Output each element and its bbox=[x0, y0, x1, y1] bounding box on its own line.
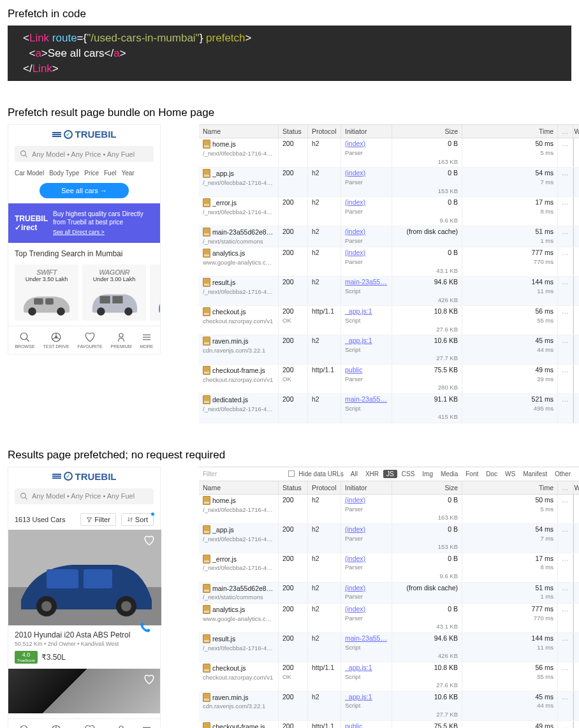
net-row[interactable]: checkout.jscheckout.razorpay.com/v1200OK… bbox=[199, 306, 579, 335]
trend-card[interactable]: SWIFTUnder 3.50 Lakh bbox=[15, 265, 78, 321]
net-row[interactable]: home.js/_next/0fecbba2-1716-4…200h2(inde… bbox=[199, 495, 579, 524]
filter-tab-xhr[interactable]: XHR bbox=[362, 470, 382, 478]
net-row[interactable]: _app.js/_next/0fecbba2-1716-4…200h2(inde… bbox=[199, 168, 579, 197]
row-menu[interactable]: … bbox=[558, 495, 573, 523]
row-menu[interactable]: … bbox=[558, 138, 573, 167]
hide-urls-checkbox[interactable] bbox=[288, 470, 295, 477]
promo-banner[interactable]: TRUEBIL✓irect Buy highest quality cars D… bbox=[8, 203, 160, 243]
initiator-link[interactable]: (index) bbox=[345, 198, 365, 206]
phone-icon[interactable] bbox=[140, 622, 151, 634]
row-menu[interactable]: … bbox=[558, 394, 573, 423]
col-proto[interactable]: Protocol bbox=[308, 125, 341, 138]
trend-card[interactable]: DUnde bbox=[150, 265, 160, 321]
row-menu[interactable]: … bbox=[558, 247, 573, 276]
filter-tab-manifest[interactable]: Manifest bbox=[520, 470, 550, 478]
nav-premium[interactable]: PREMIUM bbox=[111, 331, 132, 349]
trend-card[interactable]: WAGONRUnder 3.00 Lakh bbox=[82, 265, 146, 321]
row-menu[interactable]: … bbox=[558, 277, 573, 305]
nav-browse[interactable]: BROWSE bbox=[15, 331, 34, 349]
search-input[interactable]: Any Model • Any Price • Any Fuel bbox=[15, 146, 154, 162]
filter-tab-js[interactable]: JS bbox=[383, 470, 397, 478]
net-row[interactable]: result.js/_next/0fecbba2-1716-4…200h2mai… bbox=[199, 633, 579, 662]
col-size[interactable]: Size bbox=[392, 125, 462, 138]
net-row[interactable]: result.js/_next/0fecbba2-1716-4…200h2mai… bbox=[199, 277, 579, 306]
net-row[interactable]: checkout-frame.jscheckout.razorpay.com/v… bbox=[199, 721, 579, 728]
net-row[interactable]: main-23a55d62e85daea…/_next/static/commo… bbox=[199, 583, 579, 604]
net-row[interactable]: main-23a55d62e85daea…/_next/static/commo… bbox=[199, 226, 579, 247]
car-photo-2[interactable] bbox=[8, 669, 160, 713]
row-menu[interactable]: … bbox=[558, 197, 573, 226]
promo-link[interactable]: See all Direct cars > bbox=[53, 229, 154, 237]
filter-button[interactable]: Filter bbox=[80, 513, 115, 526]
net-row[interactable]: home.js/_next/0fecbba2-1716-4…200h2(inde… bbox=[199, 138, 579, 168]
col-status[interactable]: Status bbox=[279, 125, 308, 138]
initiator-link[interactable]: main-23a55… bbox=[345, 634, 387, 642]
nav-premium[interactable]: PREMIUM bbox=[111, 724, 132, 728]
filter-tab-css[interactable]: CSS bbox=[399, 470, 418, 478]
row-menu[interactable]: … bbox=[558, 662, 573, 691]
net-row[interactable]: raven.min.jscdn.ravenjs.com/3.22.1200h2_… bbox=[199, 692, 579, 721]
net-row[interactable]: _app.js/_next/0fecbba2-1716-4…200h2(inde… bbox=[199, 524, 579, 553]
col-proto[interactable]: Protocol bbox=[308, 481, 341, 494]
net-row[interactable]: analytics.jswww.google-analytics.c…200h2… bbox=[199, 247, 579, 277]
chip[interactable]: Year bbox=[121, 170, 134, 177]
initiator-link[interactable]: (index) bbox=[345, 496, 365, 504]
chip[interactable]: Fuel bbox=[104, 170, 116, 177]
initiator-link[interactable]: main-23a55… bbox=[345, 278, 387, 286]
nav-browse[interactable]: BROWSE bbox=[15, 724, 34, 728]
net-row[interactable]: _error.js/_next/0fecbba2-1716-4…200h2(in… bbox=[199, 553, 579, 583]
filter-tab-media[interactable]: Media bbox=[437, 470, 461, 478]
car-info[interactable]: 2010 Hyundai i20 Asta ABS Petrol 50,512 … bbox=[8, 625, 160, 669]
trending-cards[interactable]: SWIFTUnder 3.50 Lakh WAGONRUnder 3.00 La… bbox=[8, 265, 160, 321]
chip[interactable]: Car Model bbox=[15, 170, 44, 177]
car-photo[interactable] bbox=[8, 530, 160, 625]
row-menu[interactable]: … bbox=[558, 583, 573, 603]
row-menu[interactable]: … bbox=[558, 692, 573, 720]
filter-tab-all[interactable]: All bbox=[348, 470, 361, 478]
initiator-link[interactable]: _app.js:1 bbox=[345, 664, 372, 671]
initiator-link[interactable]: (index) bbox=[345, 605, 365, 613]
see-all-cars-button[interactable]: See all cars → bbox=[40, 183, 129, 198]
initiator-link[interactable]: public bbox=[345, 366, 362, 374]
col-size[interactable]: Size bbox=[392, 481, 462, 494]
chip[interactable]: Price bbox=[84, 170, 99, 177]
nav-favourite[interactable]: FAVOURITE bbox=[78, 331, 103, 349]
favourite-icon[interactable] bbox=[143, 535, 155, 548]
initiator-link[interactable]: main-23a55… bbox=[345, 395, 387, 403]
favourite-icon[interactable] bbox=[143, 674, 155, 687]
col-init[interactable]: Initiator bbox=[341, 125, 392, 138]
filter-tab-font[interactable]: Font bbox=[462, 470, 481, 478]
filter-tab-doc[interactable]: Doc bbox=[483, 470, 501, 478]
chip[interactable]: Body Type bbox=[49, 170, 79, 177]
net-row[interactable]: analytics.jswww.google-analytics.c…200h2… bbox=[199, 604, 579, 633]
col-time[interactable]: Time bbox=[462, 125, 558, 138]
filter-tab-ws[interactable]: WS bbox=[502, 470, 518, 478]
net-row[interactable]: raven.min.jscdn.ravenjs.com/3.22.1200h2_… bbox=[199, 335, 579, 365]
col-name[interactable]: Name bbox=[199, 125, 279, 138]
net-row[interactable]: dedicated.js/_next/0fecbba2-1716-4…200h2… bbox=[199, 394, 579, 423]
col-menu[interactable]: … bbox=[558, 481, 573, 494]
initiator-link[interactable]: (index) bbox=[345, 525, 365, 533]
col-menu[interactable]: … bbox=[558, 125, 573, 138]
row-menu[interactable]: … bbox=[558, 721, 573, 728]
search-input[interactable]: Any Model • Any Price • Any Fuel bbox=[15, 488, 154, 504]
nav-more[interactable]: MORE bbox=[140, 331, 154, 349]
nav-favourite[interactable]: FAVOURITE bbox=[78, 724, 103, 728]
initiator-link[interactable]: (index) bbox=[345, 228, 365, 235]
initiator-link[interactable]: _app.js:1 bbox=[345, 337, 372, 344]
row-menu[interactable]: … bbox=[558, 306, 573, 335]
filter-tab-img[interactable]: Img bbox=[419, 470, 436, 478]
net-row[interactable]: _error.js/_next/0fecbba2-1716-4…200h2(in… bbox=[199, 197, 579, 226]
net-row[interactable]: checkout.jscheckout.razorpay.com/v1200OK… bbox=[199, 662, 579, 692]
filter-tab-other[interactable]: Other bbox=[552, 470, 574, 478]
initiator-link[interactable]: (index) bbox=[345, 555, 365, 562]
col-time[interactable]: Time bbox=[462, 481, 558, 494]
initiator-link[interactable]: (index) bbox=[345, 140, 365, 147]
row-menu[interactable]: … bbox=[558, 365, 573, 393]
net-row[interactable]: checkout-frame.jscheckout.razorpay.com/v… bbox=[199, 365, 579, 394]
nav-testdrive[interactable]: TEST DRIVE bbox=[43, 724, 69, 728]
row-menu[interactable]: … bbox=[558, 168, 573, 196]
nav-testdrive[interactable]: TEST DRIVE bbox=[43, 331, 69, 349]
row-menu[interactable]: … bbox=[558, 335, 573, 364]
row-menu[interactable]: … bbox=[558, 553, 573, 582]
